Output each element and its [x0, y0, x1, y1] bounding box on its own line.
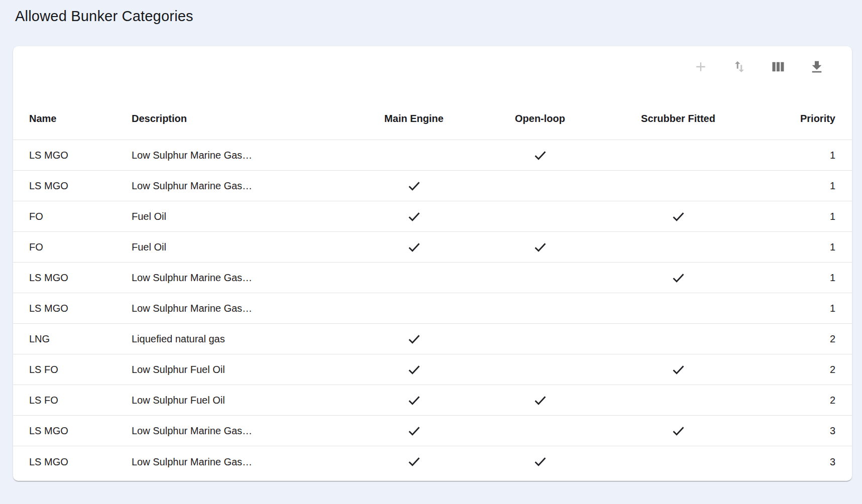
check-icon: [532, 455, 548, 466]
table-row[interactable]: LS MGOLow Sulphur Marine Gas…3: [13, 446, 852, 477]
cell-description: Low Sulphur Fuel Oil: [132, 394, 343, 407]
cell-name: LS MGO: [13, 455, 132, 468]
cell-scrubber-fitted: [595, 423, 762, 439]
cell-main-engine: [343, 362, 485, 377]
cell-name: LS MGO: [13, 271, 132, 284]
check-icon: [406, 455, 422, 466]
add-button[interactable]: [690, 56, 712, 78]
table-row[interactable]: LS MGOLow Sulphur Marine Gas…3: [13, 416, 852, 446]
cell-scrubber-fitted: [595, 362, 762, 377]
cell-name: LS MGO: [13, 302, 132, 315]
cell-description: Fuel Oil: [132, 210, 343, 223]
cell-name: LS FO: [13, 363, 132, 376]
cell-main-engine: [343, 331, 485, 347]
cell-description: Low Sulphur Marine Gas…: [132, 149, 343, 162]
table-row[interactable]: LNGLiquefied natural gas2: [13, 324, 852, 354]
cell-priority: 1: [762, 149, 852, 162]
check-icon: [406, 240, 422, 251]
cell-open-loop: [485, 239, 595, 255]
cell-description: Fuel Oil: [132, 240, 343, 254]
table-row[interactable]: LS MGOLow Sulphur Marine Gas…1: [13, 263, 852, 293]
table-row[interactable]: LS FOLow Sulphur Fuel Oil2: [13, 385, 852, 416]
cell-priority: 2: [762, 363, 852, 376]
cell-description: Low Sulphur Marine Gas…: [132, 424, 343, 437]
cell-scrubber-fitted: [595, 209, 762, 224]
export-button[interactable]: [806, 56, 828, 78]
check-icon: [406, 179, 422, 190]
column-header-open-loop[interactable]: Open-loop: [485, 112, 595, 124]
cell-open-loop: [485, 454, 595, 469]
columns-icon: [770, 59, 786, 76]
bunker-categories-card: Name Description Main Engine Open-loop S…: [13, 46, 852, 481]
check-icon: [532, 394, 548, 405]
check-icon: [406, 332, 422, 343]
cell-open-loop: [485, 148, 595, 163]
cell-scrubber-fitted: [595, 270, 762, 286]
table-row[interactable]: FOFuel Oil1: [13, 201, 852, 232]
cell-priority: 2: [762, 394, 852, 407]
cell-main-engine: [343, 209, 485, 224]
table-toolbar: [13, 46, 852, 78]
cell-priority: 3: [762, 455, 852, 468]
cell-priority: 1: [762, 210, 852, 223]
column-header-name[interactable]: Name: [13, 112, 132, 124]
check-icon: [406, 394, 422, 405]
cell-priority: 3: [762, 424, 852, 437]
cell-name: LS FO: [13, 394, 132, 407]
cell-main-engine: [343, 454, 485, 469]
cell-priority: 1: [762, 240, 852, 254]
table-row[interactable]: LS FOLow Sulphur Fuel Oil2: [13, 354, 852, 385]
check-icon: [671, 363, 686, 374]
sort-button[interactable]: [728, 56, 750, 78]
cell-priority: 1: [762, 271, 852, 284]
cell-open-loop: [485, 393, 595, 408]
cell-priority: 1: [762, 302, 852, 315]
column-header-scrubber-fitted[interactable]: Scrubber Fitted: [595, 112, 762, 124]
check-icon: [406, 210, 422, 221]
check-icon: [532, 240, 548, 251]
check-icon: [532, 149, 548, 160]
cell-description: Low Sulphur Marine Gas…: [132, 271, 343, 284]
cell-description: Low Sulphur Marine Gas…: [132, 179, 343, 192]
cell-name: LS MGO: [13, 149, 132, 162]
column-header-main-engine[interactable]: Main Engine: [343, 112, 485, 124]
cell-main-engine: [343, 423, 485, 439]
download-icon: [809, 59, 825, 76]
sort-arrows-icon: [732, 59, 747, 76]
check-icon: [671, 210, 686, 221]
cell-name: LNG: [13, 332, 132, 345]
table-row[interactable]: LS MGOLow Sulphur Marine Gas…1: [13, 293, 852, 324]
cell-name: LS MGO: [13, 424, 132, 437]
cell-name: FO: [13, 210, 132, 223]
cell-main-engine: [343, 393, 485, 408]
column-header-priority[interactable]: Priority: [762, 112, 852, 124]
page-title: Allowed Bunker Categories: [15, 8, 193, 25]
table-header-row: Name Description Main Engine Open-loop S…: [13, 74, 852, 140]
cell-name: LS MGO: [13, 179, 132, 192]
cell-description: Low Sulphur Marine Gas…: [132, 302, 343, 315]
table-row[interactable]: LS MGOLow Sulphur Marine Gas…1: [13, 140, 852, 171]
check-icon: [671, 271, 686, 282]
cell-main-engine: [343, 239, 485, 255]
cell-priority: 2: [762, 332, 852, 345]
table-row[interactable]: FOFuel Oil1: [13, 232, 852, 263]
cell-name: FO: [13, 240, 132, 254]
cell-description: Low Sulphur Fuel Oil: [132, 363, 343, 376]
column-header-description[interactable]: Description: [132, 112, 343, 124]
cell-main-engine: [343, 178, 485, 194]
cell-description: Liquefied natural gas: [132, 332, 343, 345]
table-row[interactable]: LS MGOLow Sulphur Marine Gas…1: [13, 171, 852, 201]
cell-description: Low Sulphur Marine Gas…: [132, 455, 343, 468]
check-icon: [671, 424, 686, 435]
columns-button[interactable]: [767, 56, 789, 78]
table-body: LS MGOLow Sulphur Marine Gas…1LS MGOLow …: [13, 140, 852, 477]
cell-priority: 1: [762, 179, 852, 192]
plus-icon: [693, 59, 708, 76]
check-icon: [406, 363, 422, 374]
check-icon: [406, 424, 422, 435]
